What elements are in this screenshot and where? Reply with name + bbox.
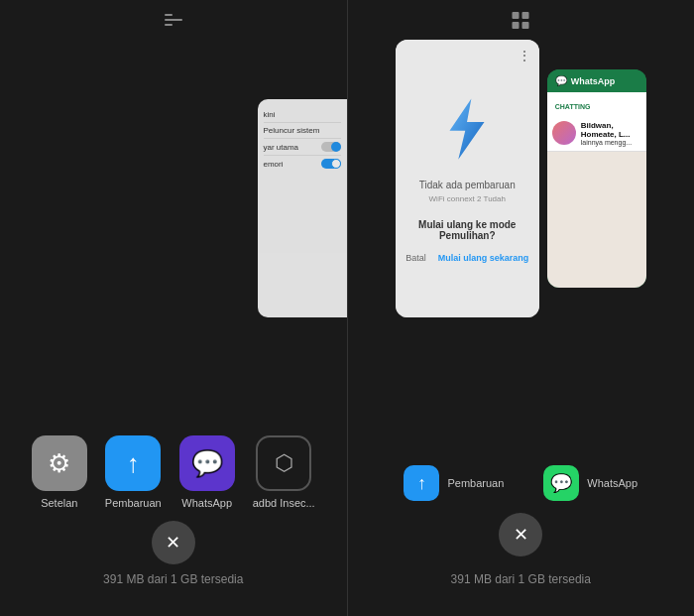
wa-icon-small: 💬 — [555, 75, 567, 86]
whatsapp-bottom-glyph: 💬 — [550, 472, 572, 494]
no-update-text: Tidak ada pembaruan — [419, 180, 516, 190]
pembaruan-bottom-label: Pembaruan — [447, 477, 504, 489]
wa-chat-item: Bildwan, Homeate, L... lainnya mengg... — [547, 116, 646, 152]
cancel-button-card[interactable]: Batal — [405, 253, 426, 263]
whatsapp-bottom-label: WhatsApp — [587, 477, 637, 489]
left-cards-area: kini Peluncur sistem yar utama emori — [0, 40, 347, 456]
wa-avatar — [552, 121, 576, 145]
wa-title: WhatsApp — [571, 76, 616, 86]
panel-right: ⋮ Tidak ada pembaruan WiFi connext 2 Tud… — [348, 0, 695, 616]
whatsapp-card-body: Bildwan, Homeate, L... lainnya mengg... — [547, 116, 646, 288]
setelan-label: Setelan — [41, 497, 77, 509]
pembaruan-bottom-icon: ↑ — [404, 465, 439, 501]
bottom-app-pembaruan[interactable]: ↑ Pembaruan — [404, 465, 504, 501]
pembaruan-card-content: ⋮ Tidak ada pembaruan WiFi connext 2 Tud… — [396, 40, 539, 317]
bottom-app-icons: ↑ Pembaruan 💬 WhatsApp — [404, 465, 637, 501]
whatsapp-bottom-icon: 💬 — [543, 465, 579, 501]
whatsapp-card-header: 💬 WhatsApp — [547, 69, 646, 92]
arrow-up-icon: ↑ — [417, 473, 426, 494]
settings-row-kini: kini — [264, 107, 341, 123]
wa-chatting-badge: CHATTING — [551, 102, 595, 111]
bottom-row-right: ↑ Pembaruan 💬 WhatsApp ✕ 391 MB dari 1 G… — [404, 465, 637, 586]
panel-left: kini Peluncur sistem yar utama emori — [0, 0, 347, 616]
settings-row-peluncur: Peluncur sistem — [264, 123, 341, 139]
card-action-buttons: Batal Mulai ulang sekarang — [405, 253, 528, 263]
close-button-left[interactable]: ✕ — [152, 521, 195, 564]
close-button-right[interactable]: ✕ — [499, 513, 542, 556]
memory-text-right: 391 MB dari 1 GB tersedia — [451, 572, 591, 586]
whatsapp-label: WhatsApp — [181, 497, 232, 509]
adbd-label: adbd Insec... — [253, 497, 315, 509]
settings-row-yar: yar utama — [264, 139, 341, 156]
recents-grid-icon[interactable] — [165, 14, 182, 26]
three-dots-menu[interactable]: ⋮ — [518, 48, 531, 63]
memory-text-left: 391 MB dari 1 GB tersedia — [103, 572, 243, 586]
card-whatsapp[interactable]: 💬 WhatsApp CHATTING Bildwan, Homeate, L.… — [547, 69, 646, 288]
svg-marker-0 — [450, 98, 485, 159]
lightning-icon — [432, 94, 502, 164]
close-icon-right: ✕ — [514, 524, 528, 546]
card-pembaruan[interactable]: ⋮ Tidak ada pembaruan WiFi connext 2 Tud… — [396, 40, 539, 317]
restart-question: Mulai ulang ke mode Pemulihan? — [405, 219, 529, 241]
confirm-button-card[interactable]: Mulai ulang sekarang — [438, 253, 529, 263]
bottom-app-whatsapp[interactable]: 💬 WhatsApp — [543, 465, 637, 501]
wa-chat-text: lainnya mengg... — [581, 139, 641, 146]
settings-row-emori: emori — [264, 156, 341, 172]
grid-view-icon[interactable] — [513, 12, 529, 29]
update-sub-text: WiFi connext 2 Tudah — [429, 194, 506, 203]
wa-chat-name: Bildwan, Homeate, L... — [581, 121, 641, 139]
pembaruan-label: Pembaruan — [105, 497, 162, 509]
close-icon: ✕ — [166, 532, 180, 554]
